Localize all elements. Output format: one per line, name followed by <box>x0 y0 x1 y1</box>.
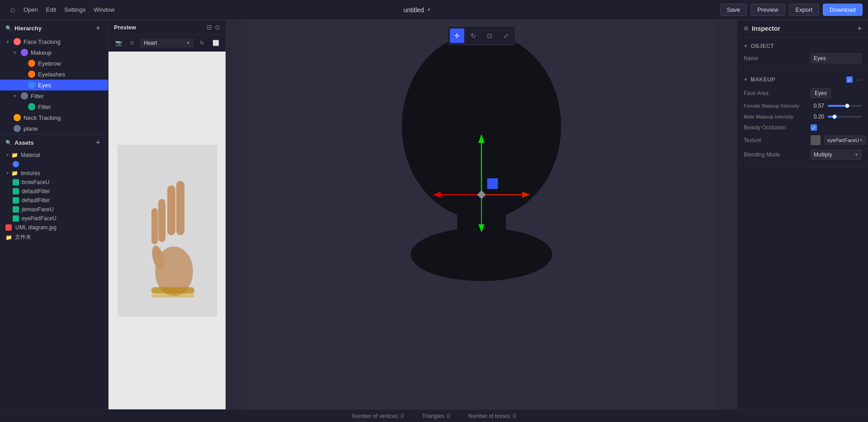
assets-item-browFaceU[interactable]: browFaceU <box>0 178 108 187</box>
makeup-section: ▼ Makeup ··· Face Area Eyes Female Makeu… <box>737 70 868 166</box>
rotate-tool[interactable]: ↻ <box>466 28 481 43</box>
sidebar-item-neck-tracking[interactable]: Neck Tracking <box>0 112 108 123</box>
home-button[interactable]: ⌂ <box>5 3 20 17</box>
preview-panel: Preview ⊟ ⊙ 📷 ⊙ Heart ▼ ↻ ⬜ <box>108 20 226 409</box>
assets-title: Assets <box>14 139 34 146</box>
menu-open[interactable]: Open <box>24 6 38 13</box>
download-button[interactable]: Download <box>823 4 863 16</box>
move-tool[interactable]: ✛ <box>450 28 464 43</box>
browFaceU-label: browFaceU <box>22 179 49 185</box>
wenjian-label: 文件夹 <box>15 233 31 241</box>
assets-item-textures[interactable]: ▼ 📁 textures <box>0 169 108 178</box>
slider-thumb[interactable] <box>845 104 849 108</box>
scale-uniform-tool[interactable]: ⊡ <box>482 28 497 43</box>
fullscreen-icon[interactable]: ⬜ <box>210 38 221 48</box>
assets-header: 🔍 Assets + <box>0 134 108 151</box>
project-title: untitled ▼ <box>114 6 720 14</box>
texture-row: Texture eyePartFaceU ▼ <box>737 133 868 147</box>
section-collapse-icon: ▼ <box>744 77 748 82</box>
preview-collapse-icon[interactable]: ⊟ <box>207 24 212 31</box>
assets-item-uml-diagram[interactable]: UML diagram.jpg <box>0 223 108 232</box>
sidebar-item-filter-folder[interactable]: ▼ Filter <box>0 90 108 101</box>
makeup-section-header: ▼ Makeup ··· <box>737 73 868 86</box>
assets-item-defaultFilter1[interactable]: defaultFilter <box>0 187 108 196</box>
preview-settings-icon[interactable]: ⊙ <box>215 24 220 31</box>
object-section-header[interactable]: ▼ Object <box>737 41 868 51</box>
section-collapse-icon: ▼ <box>744 44 748 48</box>
save-button[interactable]: Save <box>720 4 747 16</box>
svg-rect-6 <box>151 208 158 244</box>
sidebar-item-eyes[interactable]: Eyes <box>0 80 108 90</box>
inspector-title: Inspector <box>752 25 780 32</box>
menu-settings[interactable]: Settings <box>64 6 85 13</box>
slider-thumb[interactable] <box>832 114 837 119</box>
makeup-icon <box>21 49 28 56</box>
scale-directional-tool[interactable]: ⤢ <box>499 28 513 43</box>
file-icon <box>13 197 19 204</box>
hierarchy-add-button[interactable]: + <box>94 24 103 33</box>
face-tracking-label: Face Tracking <box>24 38 61 45</box>
folder-icon: 📁 <box>5 234 12 241</box>
sidebar-item-eyebrow[interactable]: Eyebrow <box>0 58 108 69</box>
export-button[interactable]: Export <box>789 4 820 16</box>
beauty-occlusion-row: Beauty Occlusion <box>737 122 868 133</box>
bones-stat: Number of bones: 0 <box>468 413 515 419</box>
eyelashes-icon <box>28 71 35 78</box>
preview-header: Preview ⊟ ⊙ <box>108 20 226 35</box>
male-intensity-slider[interactable] <box>828 116 862 118</box>
menu-bar: Open Edit Settings Window <box>24 6 114 13</box>
refresh-icon[interactable]: ↻ <box>197 38 208 48</box>
sidebar-item-eyelashes[interactable]: Eyelashes <box>0 69 108 80</box>
filter-folder-label: Filter <box>31 93 44 100</box>
main-layout: 🔍 Hierarchy + ▼ Face Tracking ▼ Makeup <box>0 20 868 409</box>
assets-item-defaultFilter2[interactable]: defaultFilter <box>0 196 108 205</box>
menu-window[interactable]: Window <box>94 6 114 13</box>
slider-fill <box>828 105 847 107</box>
blending-mode-select[interactable]: Multiply ▼ <box>811 150 862 160</box>
inspector-add-button[interactable]: + <box>858 24 862 33</box>
svg-rect-7 <box>151 287 194 294</box>
preview-record-icon[interactable]: ⊙ <box>127 38 137 48</box>
face-area-row: Face Area Eyes <box>737 86 868 100</box>
title-dropdown-icon[interactable]: ▼ <box>427 7 431 12</box>
menu-edit[interactable]: Edit <box>46 6 56 13</box>
name-input[interactable] <box>811 53 862 63</box>
assets-item-wenjian[interactable]: 📁 文件夹 <box>0 232 108 242</box>
assets-item-mat-circle[interactable] <box>0 160 108 169</box>
neck-tracking-label: Neck Tracking <box>24 114 61 121</box>
male-intensity-label: Male Makeup Intensity <box>744 114 807 119</box>
preview-camera-icon[interactable]: 📷 <box>113 38 124 48</box>
sidebar-item-face-tracking[interactable]: ▼ Face Tracking <box>0 36 108 47</box>
blend-dropdown-icon: ▼ <box>854 152 859 157</box>
topbar: ⌂ Open Edit Settings Window untitled ▼ S… <box>0 0 868 20</box>
folder-icon: 📁 <box>11 152 18 158</box>
preview-scene-dropdown[interactable]: Heart ▼ <box>140 38 194 47</box>
sidebar-item-makeup[interactable]: ▼ Makeup <box>0 47 108 58</box>
male-intensity-row: Male Makeup Intensity 0.20 <box>737 111 868 122</box>
preview-button[interactable]: Preview <box>750 4 785 16</box>
assets-add-button[interactable]: + <box>94 138 103 147</box>
texture-label: Texture <box>744 137 807 143</box>
texture-dropdown-icon: ▼ <box>859 138 863 142</box>
face-area-value: Eyes <box>811 88 831 98</box>
hierarchy-header: 🔍 Hierarchy + <box>0 20 108 36</box>
assets-item-eyePartFaceU[interactable]: eyePartFaceU <box>0 214 108 223</box>
sidebar-item-filter[interactable]: Filter <box>0 101 108 112</box>
face-tracking-icon <box>14 38 21 45</box>
expand-icon: ▼ <box>13 94 20 99</box>
assets-item-jiemaoFaceU[interactable]: jiemaoFaceU <box>0 205 108 214</box>
beauty-occlusion-checkbox[interactable] <box>811 124 817 131</box>
statusbar: Number of vertices: 0 Triangles: 0 Numbe… <box>0 409 868 422</box>
texture-select[interactable]: eyePartFaceU ▼ <box>824 136 866 145</box>
female-intensity-slider[interactable] <box>828 105 862 107</box>
assets-item-material[interactable]: ▼ 📁 Material <box>0 151 108 160</box>
inspector-header: ⊞ Inspector + <box>737 20 868 38</box>
svg-rect-5 <box>158 199 165 242</box>
svg-rect-4 <box>167 185 175 235</box>
face-area-label: Face Area <box>744 90 807 96</box>
female-intensity-row: Female Makeup Intensity 0.57 <box>737 100 868 111</box>
makeup-enabled-checkbox[interactable] <box>846 76 853 83</box>
sidebar-item-plane[interactable]: plane <box>0 123 108 134</box>
plane-icon <box>14 125 21 132</box>
makeup-more-icon[interactable]: ··· <box>856 76 862 83</box>
